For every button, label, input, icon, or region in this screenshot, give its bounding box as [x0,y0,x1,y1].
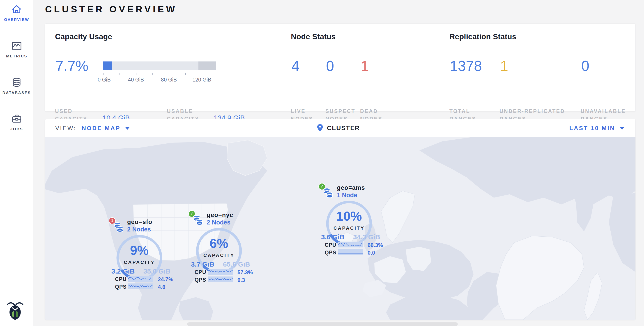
unavailable-value: 0 [581,58,590,74]
replication-status-title: Replication Status [450,32,516,41]
locality-name: geo=nyc [207,212,233,219]
qps-sparkline [208,277,233,282]
axis-tick-label: 120 GiB [192,77,211,83]
page-title: CLUSTER OVERVIEW [45,4,177,15]
locality-marker[interactable]: 1 geo=sfo 2 Nodes [110,219,176,290]
qps-row: QPS 0.0 [320,249,385,256]
locality-marker[interactable]: ✓ geo=ams 1 Node [320,185,385,256]
node-map-card: VIEW: NODE MAP CLUSTER LAST 10 MIN [45,119,636,320]
qps-value: 0.0 [368,250,375,256]
cockroachdb-logo [6,301,24,320]
status-badge: ✓ [188,210,195,217]
capacity-bar [103,61,216,70]
sidebar-item-label: DATABASES [2,91,31,95]
breadcrumb-label: CLUSTER [327,125,360,132]
time-range-value: LAST 10 MIN [569,125,615,132]
qps-label: QPS [325,250,336,256]
gauge-capacity-label: CAPACITY [194,253,244,258]
qps-row: QPS 4.6 [110,284,176,290]
used-capacity: 3.6 GiB [321,233,344,241]
qps-row: QPS 9.3 [190,277,255,283]
location-pin-icon [317,124,323,132]
total-ranges-value: 1378 [450,58,482,74]
locality-marker[interactable]: ✓ geo=nyc 2 Nodes [190,212,255,283]
sidebar-item-overview[interactable]: OVERVIEW [0,4,33,22]
qps-value: 9.3 [238,277,245,283]
total-capacity: 35.0 GiB [144,267,170,275]
under-replicated-value: 1 [500,58,508,74]
used-capacity: 3.2 GiB [112,267,134,275]
cpu-row: CPU 57.3% [190,269,255,275]
cluster-overview-app: OVERVIEW METRICS DATABASES JOBS [0,0,644,326]
cpu-row: CPU 66.3% [320,242,385,248]
axis-tick [103,73,104,75]
suspect-nodes-value: 0 [326,58,334,74]
sidebar-item-jobs[interactable]: JOBS [0,114,33,132]
locality-name: geo=ams [337,184,365,191]
view-value: NODE MAP [82,125,120,132]
dead-nodes-value: 1 [361,58,369,74]
sidebar-item-databases[interactable]: DATABASES [0,78,33,95]
status-badge: ✓ [318,183,326,190]
capacity-percent: 7.7% [56,58,88,74]
total-capacity: 34.3 GiB [353,233,380,241]
cpu-row: CPU 24.7% [110,276,176,282]
cpu-value: 57.3% [238,269,253,276]
capacity-gauge: 6% CAPACITY [194,226,244,276]
axis-tick [169,73,169,75]
qps-sparkline [128,284,153,289]
cpu-sparkline [128,276,153,282]
world-map: 1 geo=sfo 2 Nodes [45,137,636,320]
qps-sparkline [338,249,363,255]
locality-node-count: 1 Node [337,192,357,199]
live-nodes-value: 4 [292,58,300,74]
cpu-label: CPU [115,276,127,282]
locality-node-count: 2 Nodes [127,226,151,233]
axis-tick-label: 40 GiB [128,77,144,83]
capacity-bar-reserved [198,61,216,70]
cpu-label: CPU [194,269,206,275]
cpu-label: CPU [325,242,336,248]
axis-tick [136,73,136,75]
sidebar: OVERVIEW METRICS DATABASES JOBS [0,0,33,326]
database-stack-icon [193,214,204,226]
gauge-capacity-label: CAPACITY [324,225,374,231]
locality-name: geo=sfo [127,219,152,226]
axis-tick-label: 0 GiB [98,77,111,83]
map-toolbar: VIEW: NODE MAP CLUSTER LAST 10 MIN [45,119,636,137]
time-range-dropdown[interactable]: LAST 10 MIN [569,119,624,137]
sidebar-item-metrics[interactable]: METRICS [0,41,33,59]
axis-tick [120,73,120,75]
used-capacity: 3.7 GiB [191,261,214,268]
gauge-percent: 6% [194,236,244,251]
axis-tick-label: 80 GiB [161,77,177,83]
qps-value: 4.6 [158,284,165,290]
capacity-gauge: 9% CAPACITY [114,233,164,283]
database-stack-icon [113,221,124,233]
home-icon [12,4,22,15]
sidebar-item-label: JOBS [10,127,23,132]
capacity-bar-fill [103,61,112,70]
cpu-sparkline [208,269,233,275]
axis-tick [185,73,186,75]
locality-node-count: 2 Nodes [207,219,230,226]
axis-tick [202,73,202,75]
horizontal-scrollbar[interactable] [187,323,458,326]
qps-label: QPS [194,277,206,283]
node-status-title: Node Status [291,32,336,41]
view-mode-dropdown[interactable]: VIEW: NODE MAP [55,125,130,132]
capacity-usage-title: Capacity Usage [55,32,112,41]
databases-icon [12,78,22,88]
gauge-percent: 9% [114,243,164,258]
metrics-icon [12,41,22,51]
map-breadcrumb[interactable]: CLUSTER [317,119,360,137]
chevron-down-icon [125,127,130,130]
chevron-down-icon [620,127,624,130]
status-badge: 1 [109,217,116,224]
jobs-icon [12,114,22,124]
cpu-value: 24.7% [158,276,173,283]
sidebar-item-label: OVERVIEW [4,17,29,22]
capacity-gauge: 10% CAPACITY [324,199,374,248]
view-label: VIEW: [55,125,76,132]
cluster-summary-card: Capacity Usage 7.7% 0 GiB 40 GiB 80 GiB … [45,24,636,111]
